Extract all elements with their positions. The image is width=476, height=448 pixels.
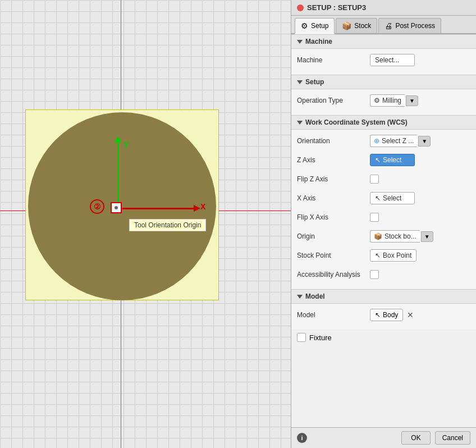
orientation-label: Orientation xyxy=(297,137,370,145)
machine-label: Machine xyxy=(297,56,370,64)
machine-select-label: Select... xyxy=(375,56,399,64)
setup-collapse-icon[interactable] xyxy=(297,80,303,84)
operation-type-arrow-btn[interactable]: ▼ xyxy=(406,95,418,106)
x-axis-select-button[interactable]: ↖ Select xyxy=(370,192,415,204)
orientation-value: Select Z ... xyxy=(382,137,414,145)
x-axis-row: X Axis ↖ Select xyxy=(297,190,470,206)
tooltip-box: Tool Orientation Origin xyxy=(129,219,206,231)
wcs-section-content: Orientation ⊕ Select Z ... ▼ Z Axis xyxy=(291,130,476,289)
y-axis-line xyxy=(117,138,119,202)
machine-section-title: Machine xyxy=(305,38,332,45)
info-text: i xyxy=(301,435,303,441)
machine-section-content: Machine Select... xyxy=(291,49,476,75)
z-axis-row: Z Axis ↖ Select xyxy=(297,152,470,168)
stock-point-row: Stock Point ↖ Box Point xyxy=(297,248,470,263)
stock-point-value: Box Point xyxy=(383,252,411,259)
setup-section-header: Setup xyxy=(291,75,476,89)
machine-select-button[interactable]: Select... xyxy=(370,54,415,66)
setup-tab-icon: ⚙ xyxy=(301,21,308,30)
origin-label: Origin xyxy=(297,232,370,240)
machine-control: Select... xyxy=(370,54,470,66)
model-collapse-icon[interactable] xyxy=(297,295,303,299)
z-axis-select-label: Select xyxy=(383,156,401,164)
operation-type-dropdown-main[interactable]: ⚙ Milling xyxy=(370,94,405,107)
panel-title: SETUP : SETUP3 xyxy=(307,3,366,12)
flip-x-control xyxy=(370,213,470,222)
operation-type-dropdown-group: ⚙ Milling ▼ xyxy=(370,94,418,107)
flip-z-control xyxy=(370,175,470,184)
orientation-arrow-btn[interactable]: ▼ xyxy=(418,136,431,147)
stock-point-control: ↖ Box Point xyxy=(370,249,470,262)
tooltip-text: Tool Orientation Origin xyxy=(134,221,201,229)
x-axis-label: X Axis xyxy=(297,194,370,202)
stock-tab-label: Stock xyxy=(354,22,371,30)
panel-body: Machine Machine Select... Setup Operatio… xyxy=(291,34,476,427)
post-tab-icon: 🖨 xyxy=(385,21,392,30)
accessibility-row: Accessibility Analysis xyxy=(297,267,470,282)
cancel-button[interactable]: Cancel xyxy=(435,431,470,445)
cursor-icon-stock: ↖ xyxy=(375,252,381,259)
model-body-button[interactable]: ↖ Body xyxy=(370,309,403,321)
flip-z-label: Flip Z Axis xyxy=(297,175,370,183)
tab-stock[interactable]: 📦 Stock xyxy=(336,18,377,33)
stop-dot xyxy=(297,4,304,11)
post-tab-label: Post Process xyxy=(395,22,435,30)
accessibility-checkbox[interactable] xyxy=(370,270,379,279)
bottom-bar: i OK Cancel xyxy=(291,427,476,448)
flip-x-row: Flip X Axis xyxy=(297,209,470,225)
tab-bar: ⚙ Setup 📦 Stock 🖨 Post Process xyxy=(291,16,476,34)
operation-type-control: ⚙ Milling ▼ xyxy=(370,94,470,107)
origin-inner-dot xyxy=(115,206,118,209)
flip-x-checkbox[interactable] xyxy=(370,213,379,222)
z-axis-control: ↖ Select xyxy=(370,154,470,166)
ok-button[interactable]: OK xyxy=(401,431,430,445)
canvas-area: Y X ② Tool Orientation Origin xyxy=(0,0,291,448)
fixture-row: Fixture xyxy=(291,330,476,345)
box2-icon: 📦 xyxy=(374,232,382,240)
wcs-section-header: Work Coordinate System (WCS) xyxy=(291,115,476,130)
flip-z-row: Flip Z Axis xyxy=(297,171,470,187)
machine-section-header: Machine xyxy=(291,34,476,49)
x-axis-select-label: Select xyxy=(383,194,401,202)
x-axis-control: ↖ Select xyxy=(370,192,470,204)
y-axis-label: Y xyxy=(123,140,129,149)
z-axis-select-button[interactable]: ↖ Select xyxy=(370,154,415,166)
model-section-content: Model ↖ Body ✕ xyxy=(291,304,476,330)
cursor-icon-z: ↖ xyxy=(375,156,381,164)
panel-header: SETUP : SETUP3 xyxy=(291,0,476,16)
stock-tab-icon: 📦 xyxy=(342,21,351,30)
x-axis-line xyxy=(122,208,195,209)
setup-section-title: Setup xyxy=(305,78,324,86)
x-axis-arrowhead xyxy=(194,205,200,212)
model-section-header: Model xyxy=(291,289,476,304)
operation-type-label: Operation Type xyxy=(297,97,370,104)
accessibility-control xyxy=(370,270,470,279)
origin-row: Origin 📦 Stock bo... ▼ xyxy=(297,228,470,244)
origin-arrow-btn[interactable]: ▼ xyxy=(421,231,433,242)
cancel-label: Cancel xyxy=(442,434,463,442)
origin-marker xyxy=(111,202,122,213)
orientation-dropdown-main[interactable]: ⊕ Select Z ... xyxy=(370,135,417,147)
info-icon[interactable]: i xyxy=(297,433,307,443)
model-control: ↖ Body ✕ xyxy=(370,309,470,321)
axes-icon: ⊕ xyxy=(374,137,379,145)
flip-z-checkbox[interactable] xyxy=(370,175,379,184)
origin-dropdown-main[interactable]: 📦 Stock bo... xyxy=(370,230,420,243)
model-section-title: Model xyxy=(305,292,325,300)
setup-tab-label: Setup xyxy=(311,22,328,30)
model-remove-button[interactable]: ✕ xyxy=(405,310,415,319)
num-circle-2: ② xyxy=(90,199,104,214)
machine-field-row: Machine Select... xyxy=(297,52,470,68)
stock-point-label: Stock Point xyxy=(297,252,370,259)
origin-control: 📦 Stock bo... ▼ xyxy=(370,230,470,243)
x-axis-label: X xyxy=(200,202,205,211)
fixture-checkbox[interactable] xyxy=(297,333,306,342)
machine-collapse-icon[interactable] xyxy=(297,40,303,44)
stock-point-button[interactable]: ↖ Box Point xyxy=(370,249,417,262)
model-row-controls: ↖ Body ✕ xyxy=(370,309,415,321)
accessibility-label: Accessibility Analysis xyxy=(297,271,370,278)
wcs-collapse-icon[interactable] xyxy=(297,121,303,125)
orientation-control: ⊕ Select Z ... ▼ xyxy=(370,135,470,147)
tab-post-process[interactable]: 🖨 Post Process xyxy=(378,18,441,33)
tab-setup[interactable]: ⚙ Setup xyxy=(295,18,335,34)
